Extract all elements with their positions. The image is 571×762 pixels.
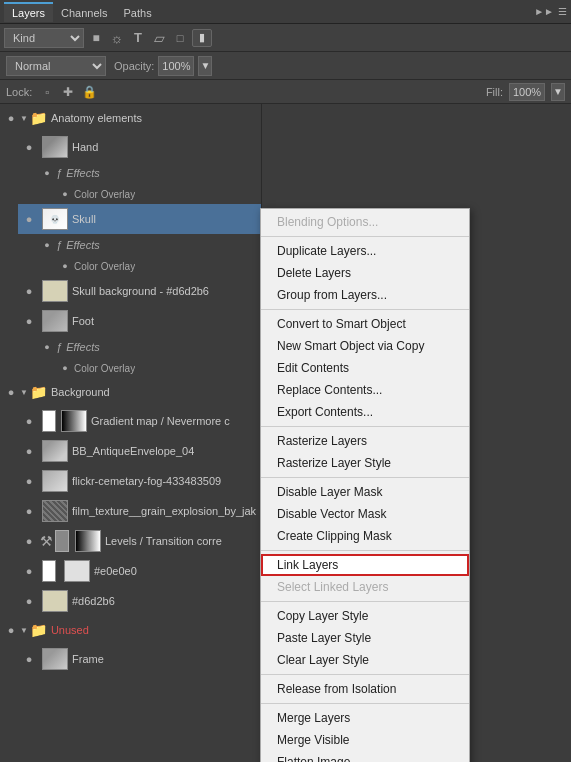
menu-disable-vector-mask[interactable]: Disable Vector Mask — [261, 503, 469, 525]
layer-name-frame: Frame — [72, 653, 104, 665]
menu-merge-visible[interactable]: Merge Visible — [261, 729, 469, 751]
filter-pixel-icon[interactable]: ■ — [87, 29, 105, 47]
menu-convert-smart-object[interactable]: Convert to Smart Object — [261, 313, 469, 335]
fill-input[interactable] — [509, 83, 545, 101]
layer-group-anatomy[interactable]: ● ▼ 📁 Anatomy elements — [0, 104, 261, 132]
visibility-skull-icon[interactable]: ● — [20, 210, 38, 228]
layer-film-texture[interactable]: ● film_texture__grain_explosion_by_jak — [18, 496, 261, 526]
menu-sep-1 — [261, 236, 469, 237]
tab-paths[interactable]: Paths — [116, 2, 160, 22]
layer-skull[interactable]: ● 💀 Skull — [18, 204, 261, 234]
visibility-anatomy-icon[interactable]: ● — [2, 109, 20, 127]
menu-duplicate-layers[interactable]: Duplicate Layers... — [261, 240, 469, 262]
expand-background-icon[interactable]: ▼ — [20, 388, 28, 397]
menu-blending-options[interactable]: Blending Options... — [261, 211, 469, 233]
filter-text-icon[interactable]: T — [129, 29, 147, 47]
layer-name-background: Background — [51, 386, 110, 398]
layer-antique-envelope[interactable]: ● BB_AntiqueEnvelope_04 — [18, 436, 261, 466]
menu-export-contents[interactable]: Export Contents... — [261, 401, 469, 423]
blend-mode-select[interactable]: Normal — [6, 56, 106, 76]
visibility-unused-icon[interactable]: ● — [2, 621, 20, 639]
menu-sep-7 — [261, 674, 469, 675]
menu-rasterize-layers[interactable]: Rasterize Layers — [261, 430, 469, 452]
lock-position-icon[interactable]: ✚ — [59, 83, 77, 101]
layer-name-film: film_texture__grain_explosion_by_jak — [72, 505, 256, 517]
menu-release-isolation[interactable]: Release from Isolation — [261, 678, 469, 700]
visibility-d6d2b6-icon[interactable]: ● — [20, 592, 38, 610]
tab-channels[interactable]: Channels — [53, 2, 115, 22]
visibility-foot-icon[interactable]: ● — [20, 312, 38, 330]
thumb-mask-levels — [55, 530, 69, 552]
panel-menu-icon[interactable]: ☰ — [558, 6, 567, 17]
menu-new-smart-object-copy[interactable]: New Smart Object via Copy — [261, 335, 469, 357]
visibility-gradient-icon[interactable]: ● — [20, 412, 38, 430]
filter-smart-icon[interactable]: □ — [171, 29, 189, 47]
expand-anatomy-icon[interactable]: ▼ — [20, 114, 28, 123]
visibility-coloroverlay-skull-icon[interactable]: ● — [56, 257, 74, 275]
visibility-levels-icon[interactable]: ● — [20, 532, 38, 550]
visibility-effects-hand-icon[interactable]: ● — [38, 164, 56, 182]
layer-d6d2b6[interactable]: ● #d6d2b6 — [18, 586, 261, 616]
visibility-antique-icon[interactable]: ● — [20, 442, 38, 460]
opacity-arrow[interactable]: ▼ — [198, 56, 212, 76]
menu-edit-contents[interactable]: Edit Contents — [261, 357, 469, 379]
filter-active-toggle[interactable]: ▮ — [192, 29, 212, 47]
layer-foot[interactable]: ● Foot — [18, 306, 261, 336]
visibility-effects-foot-icon[interactable]: ● — [38, 338, 56, 356]
menu-link-layers[interactable]: Link Layers — [261, 554, 469, 576]
lock-all-icon[interactable]: 🔒 — [80, 83, 98, 101]
menu-replace-contents[interactable]: Replace Contents... — [261, 379, 469, 401]
expand-unused-icon[interactable]: ▼ — [20, 626, 28, 635]
layer-group-background[interactable]: ● ▼ 📁 Background — [0, 378, 261, 406]
layer-effects-foot[interactable]: ● ƒ Effects — [36, 336, 261, 358]
menu-flatten-image[interactable]: Flatten Image — [261, 751, 469, 762]
layer-coloroverlay-foot[interactable]: ● Color Overlay — [54, 358, 261, 378]
visibility-hand-icon[interactable]: ● — [20, 138, 38, 156]
layer-effects-hand[interactable]: ● ƒ Effects — [36, 162, 261, 184]
layer-frame[interactable]: ● Frame — [18, 644, 261, 674]
lock-pixels-icon[interactable]: ▫ — [38, 83, 56, 101]
layer-name-hand: Hand — [72, 141, 98, 153]
visibility-coloroverlay-hand-icon[interactable]: ● — [56, 185, 74, 203]
kind-select[interactable]: Kind — [4, 28, 84, 48]
fill-arrow[interactable]: ▼ — [551, 83, 565, 101]
layer-name-gradient-map: Gradient map / Nevermore c — [91, 415, 230, 427]
visibility-effects-skull-icon[interactable]: ● — [38, 236, 56, 254]
layer-hand[interactable]: ● Hand — [18, 132, 261, 162]
menu-disable-layer-mask[interactable]: Disable Layer Mask — [261, 481, 469, 503]
menu-merge-layers[interactable]: Merge Layers — [261, 707, 469, 729]
effect-coloroverlay-foot: Color Overlay — [74, 363, 135, 374]
visibility-frame-icon[interactable]: ● — [20, 650, 38, 668]
menu-delete-layers[interactable]: Delete Layers — [261, 262, 469, 284]
tab-layers[interactable]: Layers — [4, 2, 53, 22]
visibility-skull-bg-icon[interactable]: ● — [20, 282, 38, 300]
menu-copy-layer-style[interactable]: Copy Layer Style — [261, 605, 469, 627]
visibility-coloroverlay-foot-icon[interactable]: ● — [56, 359, 74, 377]
layer-effects-skull[interactable]: ● ƒ Effects — [36, 234, 261, 256]
opacity-input[interactable] — [158, 56, 194, 76]
panel-expand-icon[interactable]: ►► — [534, 6, 554, 17]
menu-rasterize-layer-style[interactable]: Rasterize Layer Style — [261, 452, 469, 474]
menu-create-clipping-mask[interactable]: Create Clipping Mask — [261, 525, 469, 547]
menu-sep-5 — [261, 550, 469, 551]
thumb-flickr — [42, 470, 68, 492]
menu-clear-layer-style[interactable]: Clear Layer Style — [261, 649, 469, 671]
menu-group-from-layers[interactable]: Group from Layers... — [261, 284, 469, 306]
layer-levels[interactable]: ● ⚒ Levels / Transition corre — [18, 526, 261, 556]
visibility-e0e0e0-icon[interactable]: ● — [20, 562, 38, 580]
filter-shape-icon[interactable]: ▱ — [150, 29, 168, 47]
visibility-background-icon[interactable]: ● — [2, 383, 20, 401]
layer-skull-bg[interactable]: ● Skull background - #d6d2b6 — [18, 276, 261, 306]
layer-coloroverlay-hand[interactable]: ● Color Overlay — [54, 184, 261, 204]
layer-group-unused[interactable]: ● ▼ 📁 Unused — [0, 616, 261, 644]
layer-name-antique: BB_AntiqueEnvelope_04 — [72, 445, 194, 457]
layer-e0e0e0[interactable]: ● #e0e0e0 — [18, 556, 261, 586]
layer-gradient-map[interactable]: ● Gradient map / Nevermore c — [18, 406, 261, 436]
layer-flickr-fog[interactable]: ● flickr-cemetary-fog-433483509 — [18, 466, 261, 496]
menu-paste-layer-style[interactable]: Paste Layer Style — [261, 627, 469, 649]
filter-adjustment-icon[interactable]: ☼ — [108, 29, 126, 47]
visibility-flickr-icon[interactable]: ● — [20, 472, 38, 490]
menu-select-linked-layers[interactable]: Select Linked Layers — [261, 576, 469, 598]
layer-coloroverlay-skull[interactable]: ● Color Overlay — [54, 256, 261, 276]
visibility-film-icon[interactable]: ● — [20, 502, 38, 520]
